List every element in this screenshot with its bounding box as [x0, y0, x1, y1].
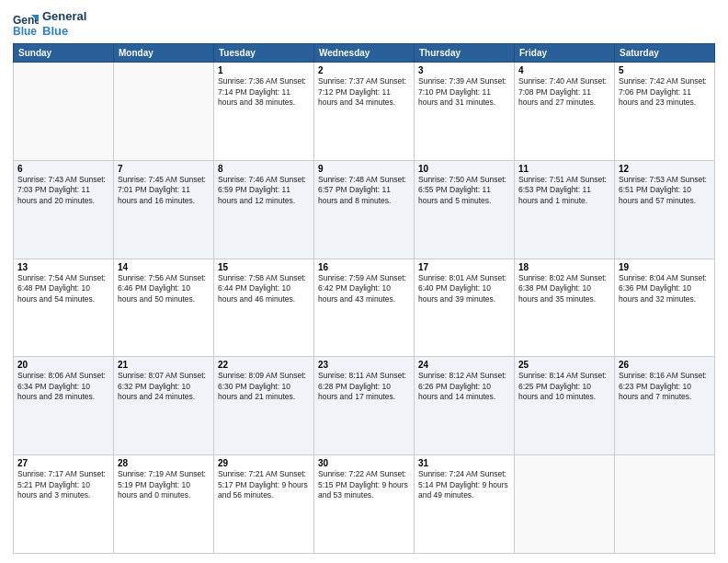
day-info: Sunrise: 7:22 AM Sunset: 5:15 PM Dayligh…: [318, 469, 410, 500]
calendar-day-header: Sunday: [14, 44, 114, 63]
calendar-table: SundayMondayTuesdayWednesdayThursdayFrid…: [13, 43, 715, 554]
day-number: 18: [518, 262, 610, 272]
calendar-week-row: 20Sunrise: 8:06 AM Sunset: 6:34 PM Dayli…: [14, 357, 715, 455]
day-info: Sunrise: 7:37 AM Sunset: 7:12 PM Dayligh…: [318, 76, 410, 108]
day-number: 31: [418, 458, 510, 468]
logo-icon: General Blue: [13, 11, 39, 37]
calendar-day-header: Thursday: [415, 44, 515, 63]
day-info: Sunrise: 8:01 AM Sunset: 6:40 PM Dayligh…: [418, 273, 510, 304]
day-number: 30: [318, 458, 410, 468]
calendar-cell: [14, 63, 114, 161]
calendar-cell: 13Sunrise: 7:54 AM Sunset: 6:48 PM Dayli…: [14, 259, 114, 357]
day-info: Sunrise: 7:48 AM Sunset: 6:57 PM Dayligh…: [318, 175, 410, 206]
day-number: 20: [17, 360, 109, 370]
day-info: Sunrise: 7:45 AM Sunset: 7:01 PM Dayligh…: [118, 175, 210, 206]
calendar-cell: 5Sunrise: 7:42 AM Sunset: 7:06 PM Daylig…: [615, 63, 715, 161]
day-info: Sunrise: 7:54 AM Sunset: 6:48 PM Dayligh…: [17, 273, 109, 304]
day-number: 12: [619, 164, 711, 174]
day-number: 4: [518, 65, 610, 75]
calendar-week-row: 6Sunrise: 7:43 AM Sunset: 7:03 PM Daylig…: [14, 160, 715, 259]
day-info: Sunrise: 8:16 AM Sunset: 6:23 PM Dayligh…: [619, 371, 711, 402]
day-number: 23: [318, 360, 410, 370]
day-number: 11: [518, 164, 610, 174]
day-info: Sunrise: 7:24 AM Sunset: 5:14 PM Dayligh…: [418, 469, 510, 500]
calendar-cell: 1Sunrise: 7:36 AM Sunset: 7:14 PM Daylig…: [214, 63, 314, 161]
day-info: Sunrise: 8:09 AM Sunset: 6:30 PM Dayligh…: [218, 371, 310, 402]
calendar-cell: 21Sunrise: 8:07 AM Sunset: 6:32 PM Dayli…: [114, 357, 214, 455]
day-number: 3: [418, 65, 510, 75]
calendar-cell: 25Sunrise: 8:14 AM Sunset: 6:25 PM Dayli…: [515, 357, 615, 455]
calendar-day-header: Tuesday: [214, 44, 314, 63]
calendar-cell: 20Sunrise: 8:06 AM Sunset: 6:34 PM Dayli…: [14, 357, 114, 455]
calendar-week-row: 27Sunrise: 7:17 AM Sunset: 5:21 PM Dayli…: [14, 455, 715, 554]
day-number: 24: [418, 360, 510, 370]
day-number: 15: [218, 262, 310, 272]
calendar-day-header: Wednesday: [314, 44, 415, 63]
day-info: Sunrise: 7:56 AM Sunset: 6:46 PM Dayligh…: [118, 273, 210, 304]
calendar-cell: [515, 455, 615, 554]
calendar-cell: 11Sunrise: 7:51 AM Sunset: 6:53 PM Dayli…: [515, 160, 615, 259]
day-info: Sunrise: 8:06 AM Sunset: 6:34 PM Dayligh…: [17, 371, 109, 402]
svg-text:Blue: Blue: [13, 25, 37, 37]
calendar-cell: 15Sunrise: 7:58 AM Sunset: 6:44 PM Dayli…: [214, 259, 314, 357]
day-number: 26: [619, 360, 711, 370]
day-number: 22: [218, 360, 310, 370]
day-number: 1: [218, 65, 310, 75]
day-info: Sunrise: 7:50 AM Sunset: 6:55 PM Dayligh…: [418, 175, 510, 206]
calendar-cell: 6Sunrise: 7:43 AM Sunset: 7:03 PM Daylig…: [14, 160, 114, 259]
day-number: 25: [518, 360, 610, 370]
calendar-cell: 17Sunrise: 8:01 AM Sunset: 6:40 PM Dayli…: [415, 259, 515, 357]
day-number: 10: [418, 164, 510, 174]
day-number: 5: [619, 65, 711, 75]
calendar-cell: [114, 63, 214, 161]
day-number: 2: [318, 65, 410, 75]
day-info: Sunrise: 8:02 AM Sunset: 6:38 PM Dayligh…: [518, 273, 610, 304]
calendar-header-row: SundayMondayTuesdayWednesdayThursdayFrid…: [14, 44, 715, 63]
calendar-cell: 3Sunrise: 7:39 AM Sunset: 7:10 PM Daylig…: [415, 63, 515, 161]
day-info: Sunrise: 7:53 AM Sunset: 6:51 PM Dayligh…: [619, 175, 711, 206]
day-number: 17: [418, 262, 510, 272]
calendar-cell: 28Sunrise: 7:19 AM Sunset: 5:19 PM Dayli…: [114, 455, 214, 554]
calendar-cell: 8Sunrise: 7:46 AM Sunset: 6:59 PM Daylig…: [214, 160, 314, 259]
day-number: 21: [118, 360, 210, 370]
day-number: 14: [118, 262, 210, 272]
calendar-cell: 22Sunrise: 8:09 AM Sunset: 6:30 PM Dayli…: [214, 357, 314, 455]
calendar-day-header: Saturday: [615, 44, 715, 63]
calendar-cell: 4Sunrise: 7:40 AM Sunset: 7:08 PM Daylig…: [515, 63, 615, 161]
day-info: Sunrise: 7:40 AM Sunset: 7:08 PM Dayligh…: [518, 76, 610, 108]
calendar-cell: 16Sunrise: 7:59 AM Sunset: 6:42 PM Dayli…: [314, 259, 415, 357]
day-info: Sunrise: 7:58 AM Sunset: 6:44 PM Dayligh…: [218, 273, 310, 304]
day-info: Sunrise: 8:07 AM Sunset: 6:32 PM Dayligh…: [118, 371, 210, 402]
day-info: Sunrise: 7:19 AM Sunset: 5:19 PM Dayligh…: [118, 469, 210, 500]
day-number: 29: [218, 458, 310, 468]
day-number: 6: [17, 164, 109, 174]
logo-text-line2: Blue: [42, 24, 86, 39]
day-info: Sunrise: 7:17 AM Sunset: 5:21 PM Dayligh…: [17, 469, 109, 500]
calendar-day-header: Friday: [515, 44, 615, 63]
calendar-day-header: Monday: [114, 44, 214, 63]
calendar-cell: [615, 455, 715, 554]
calendar-cell: 12Sunrise: 7:53 AM Sunset: 6:51 PM Dayli…: [615, 160, 715, 259]
day-info: Sunrise: 7:46 AM Sunset: 6:59 PM Dayligh…: [218, 175, 310, 206]
day-info: Sunrise: 7:21 AM Sunset: 5:17 PM Dayligh…: [218, 469, 310, 500]
day-info: Sunrise: 8:14 AM Sunset: 6:25 PM Dayligh…: [518, 371, 610, 402]
calendar-cell: 30Sunrise: 7:22 AM Sunset: 5:15 PM Dayli…: [314, 455, 415, 554]
calendar-cell: 9Sunrise: 7:48 AM Sunset: 6:57 PM Daylig…: [314, 160, 415, 259]
calendar-cell: 31Sunrise: 7:24 AM Sunset: 5:14 PM Dayli…: [415, 455, 515, 554]
day-info: Sunrise: 8:12 AM Sunset: 6:26 PM Dayligh…: [418, 371, 510, 402]
calendar-cell: 10Sunrise: 7:50 AM Sunset: 6:55 PM Dayli…: [415, 160, 515, 259]
logo: General Blue General Blue: [13, 9, 86, 38]
calendar-week-row: 13Sunrise: 7:54 AM Sunset: 6:48 PM Dayli…: [14, 259, 715, 357]
calendar-cell: 7Sunrise: 7:45 AM Sunset: 7:01 PM Daylig…: [114, 160, 214, 259]
day-info: Sunrise: 7:42 AM Sunset: 7:06 PM Dayligh…: [619, 76, 711, 108]
day-info: Sunrise: 7:39 AM Sunset: 7:10 PM Dayligh…: [418, 76, 510, 108]
day-number: 28: [118, 458, 210, 468]
day-info: Sunrise: 7:43 AM Sunset: 7:03 PM Dayligh…: [17, 175, 109, 206]
day-info: Sunrise: 8:04 AM Sunset: 6:36 PM Dayligh…: [619, 273, 711, 304]
calendar-cell: 29Sunrise: 7:21 AM Sunset: 5:17 PM Dayli…: [214, 455, 314, 554]
calendar-cell: 19Sunrise: 8:04 AM Sunset: 6:36 PM Dayli…: [615, 259, 715, 357]
logo-text-line1: General: [42, 9, 86, 24]
day-info: Sunrise: 8:11 AM Sunset: 6:28 PM Dayligh…: [318, 371, 410, 402]
calendar-cell: 27Sunrise: 7:17 AM Sunset: 5:21 PM Dayli…: [14, 455, 114, 554]
calendar-cell: 14Sunrise: 7:56 AM Sunset: 6:46 PM Dayli…: [114, 259, 214, 357]
